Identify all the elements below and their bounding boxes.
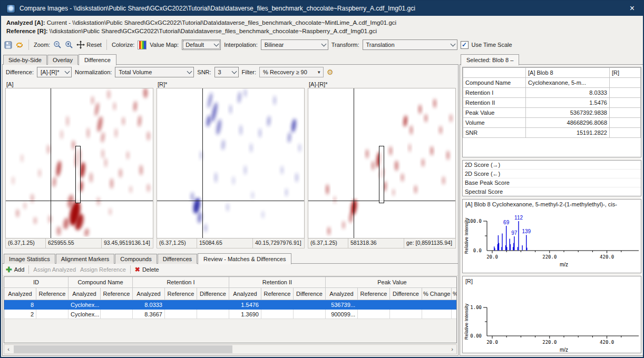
scroll-left-arrow[interactable]: ‹ — [4, 345, 13, 353]
analyzed-path: Current - \\diskstation\Public Shared\GC… — [47, 19, 396, 26]
delete-button[interactable]: ✖Delete — [135, 266, 159, 273]
assign-analyzed-button[interactable]: Assign Analyzed — [33, 266, 76, 273]
blob-table-row[interactable]: SNR15191.2822 — [463, 128, 641, 138]
filter-menu-button[interactable]: % Recovery ≥ 90▼ — [259, 67, 324, 77]
panel-status-bar: (6.37,1.25)625955.5593.45,9519136.14] — [5, 238, 153, 248]
score-list: 2D Score (→)2D Score (←)Base Peak ScoreS… — [462, 160, 641, 196]
chromatogram-image[interactable] — [5, 88, 153, 238]
interpolation-value: Bilinear — [265, 42, 284, 48]
close-button[interactable]: × — [627, 3, 638, 14]
column-header[interactable]: Reference — [36, 288, 69, 300]
table-actions-bar: ✚Add Assign Analyzed Assign Reference ✖D… — [3, 264, 458, 276]
assign-reference-button[interactable]: Assign Reference — [80, 266, 126, 273]
column-header[interactable]: Difference — [197, 288, 229, 300]
table-cell: 8 — [4, 300, 36, 310]
column-header[interactable]: Reference — [165, 288, 197, 300]
filter-value: % Recovery ≥ 90 — [263, 69, 307, 75]
column-header[interactable]: % Change — [422, 288, 452, 300]
group-header-compound-name[interactable]: Compound Name — [69, 277, 133, 288]
group-header-peak-value[interactable]: Peak Value — [326, 277, 457, 288]
blob-table-row[interactable]: Volume48668296.8068 — [463, 118, 641, 128]
selected-blob-outline — [75, 146, 81, 203]
assign-reference-label: Assign Reference — [80, 266, 126, 273]
analyzed-value: 5367392.9838 — [526, 108, 610, 118]
group-header-retention-i[interactable]: Retention I — [133, 277, 229, 288]
tab-difference[interactable]: Difference — [79, 54, 116, 65]
tab-compounds[interactable]: Compounds — [115, 254, 157, 264]
tab-differences[interactable]: Differences — [158, 254, 197, 264]
column-header[interactable]: Analyzed — [326, 288, 358, 300]
tab-review-matches-differences[interactable]: Review - Matches & Differences — [198, 253, 291, 264]
blob-table-header-row: [A] Blob 8[R] — [463, 68, 641, 78]
save-button[interactable] — [4, 41, 12, 49]
filter-settings-gear-icon[interactable]: ⚙ — [327, 68, 334, 76]
blob-table-row[interactable]: Retention I8.0333 — [463, 88, 641, 98]
colorize-icon[interactable] — [138, 41, 147, 49]
column-header[interactable]: Reference — [261, 288, 294, 300]
pan-reset-button[interactable]: Reset — [76, 41, 102, 49]
svg-text:97: 97 — [511, 230, 518, 236]
crosshair-horizontal — [157, 201, 304, 201]
table-row[interactable]: 8Cyclohex...8.03331.5476536739... — [4, 300, 456, 310]
detail-tab-strip: Image StatisticsAlignment MarkersCompoun… — [3, 252, 458, 264]
interpolation-label: Interpolation: — [224, 42, 258, 48]
tab-alignment-markers[interactable]: Alignment Markers — [56, 254, 115, 264]
column-header[interactable]: Difference — [390, 288, 422, 300]
column-header[interactable]: Analyzed — [133, 288, 165, 300]
column-header[interactable]: Analyzed — [4, 288, 36, 300]
snr-select[interactable]: 3 — [214, 67, 239, 77]
svg-text:m/z: m/z — [560, 347, 568, 353]
reference-path-line: Reference [R]: \\diskstation\Public Shar… — [6, 27, 638, 35]
column-header[interactable]: Reference — [358, 288, 390, 300]
delete-label: Delete — [142, 266, 159, 273]
blob-table-header-cell — [463, 68, 526, 78]
tab-overlay[interactable]: Overlay — [47, 55, 78, 65]
status-cell: 40.15,7297976.91] — [253, 238, 304, 248]
sync-button[interactable] — [15, 41, 24, 49]
normalization-select[interactable]: Total Volume — [115, 67, 194, 77]
chevron-down-icon — [450, 42, 455, 47]
difference-controls: Difference: [A]-[R]* Normalization: Tota… — [3, 65, 458, 79]
table-cell: 1.3690 — [229, 310, 261, 319]
table-empty-area — [4, 319, 456, 343]
attribute-label: Compound Name — [463, 78, 526, 88]
table-cell — [36, 310, 69, 319]
transform-select[interactable]: Translation — [363, 39, 457, 50]
group-header-retention-ii[interactable]: Retention II — [229, 277, 326, 288]
blob-table-row[interactable]: Peak Value5367392.9838 — [463, 108, 641, 118]
use-time-scale-label: Use Time Scale — [472, 42, 512, 48]
column-header[interactable]: Analyzed — [229, 288, 261, 300]
group-header-id[interactable]: ID — [4, 277, 69, 288]
tab-selected-blob[interactable]: Selected: Blob 8 – — [461, 54, 519, 65]
table-row[interactable]: 2Cyclohex...8.36671.3690900099... — [4, 310, 456, 319]
chevron-down-icon — [231, 69, 237, 74]
column-header[interactable]: % — [452, 288, 457, 300]
scrollbar-thumb[interactable] — [14, 345, 232, 353]
status-cell: (6.37,1.25) — [308, 238, 348, 248]
column-header[interactable]: Analyzed — [69, 288, 101, 300]
blob-table-row[interactable]: Retention II1.5476 — [463, 98, 641, 108]
add-button[interactable]: ✚Add — [6, 266, 24, 273]
blob-table-row[interactable]: Compound NameCyclohexanone, 5-m... — [463, 78, 641, 88]
reference-path: \\diskstation\Public Shared\GCxGC2022\Tu… — [50, 28, 377, 34]
zoom-out-button[interactable] — [53, 41, 62, 49]
table-cell — [452, 310, 457, 319]
difference-value: [A]-[R]* — [41, 69, 59, 75]
value-map-select[interactable]: Default — [182, 39, 221, 50]
column-header[interactable]: Reference — [101, 288, 133, 300]
interpolation-select[interactable]: Bilinear — [261, 39, 328, 50]
difference-select[interactable]: [A]-[R]* — [37, 67, 72, 77]
scroll-right-arrow[interactable]: › — [448, 345, 456, 353]
tab-side-by-side[interactable]: Side-by-Side — [3, 55, 47, 65]
tab-image-statistics[interactable]: Image Statistics — [4, 254, 55, 264]
table-cell — [294, 310, 326, 319]
svg-text:220.0: 220.0 — [542, 340, 557, 345]
chromatogram-image[interactable] — [157, 88, 305, 238]
zoom-in-button[interactable] — [65, 41, 73, 49]
horizontal-scrollbar[interactable]: ‹ › — [4, 344, 457, 354]
column-header[interactable]: Difference — [294, 288, 326, 300]
use-time-scale-checkbox[interactable]: ✓ — [461, 41, 469, 49]
table-cell — [358, 300, 390, 310]
table-cell: Cyclohex... — [69, 310, 101, 319]
chromatogram-image[interactable] — [308, 88, 456, 238]
